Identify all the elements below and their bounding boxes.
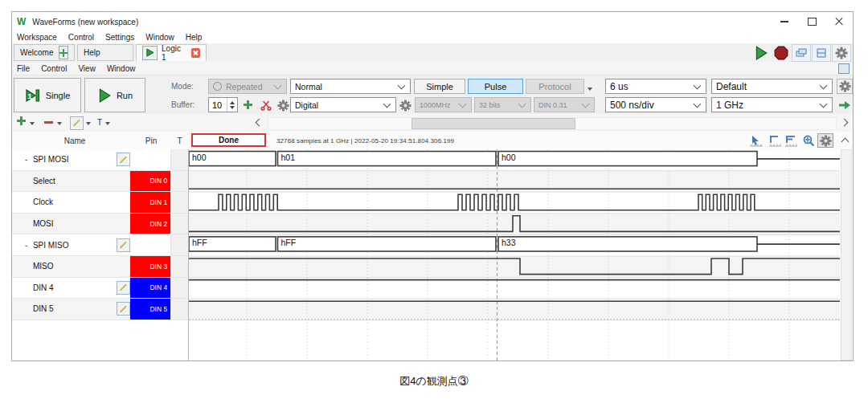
zoom-tool-icon[interactable] — [800, 133, 817, 148]
measure-tool-icon[interactable] — [783, 133, 799, 148]
menu-item-settings[interactable]: Settings — [105, 33, 134, 42]
export-arrow-icon[interactable] — [838, 100, 851, 114]
channel-row-clock[interactable]: ClockDIN 1 — [12, 192, 188, 214]
channel-row-din-4[interactable]: DIN 4DIN 4 — [12, 278, 188, 299]
run-button[interactable]: Run — [84, 78, 145, 112]
edit-channel-button[interactable] — [117, 281, 130, 295]
trigger-dropdown-icon[interactable] — [105, 122, 110, 125]
expander[interactable]: - — [25, 234, 33, 255]
trigger-cell[interactable] — [170, 192, 188, 213]
tile-windows-icon[interactable] — [812, 44, 831, 62]
trigger-tool-label[interactable]: T — [97, 118, 102, 127]
trigger-cell[interactable] — [170, 214, 188, 234]
workspace-gear-icon[interactable] — [832, 44, 851, 62]
chevron-down-icon — [694, 100, 702, 108]
minimize-button[interactable] — [771, 12, 798, 31]
menu-item-workspace[interactable]: Workspace — [17, 33, 57, 42]
name-column-header[interactable]: Name — [33, 132, 117, 149]
pin-badge — [130, 149, 170, 170]
buffer-gear-icon[interactable] — [277, 100, 289, 115]
plot-settings-gear-icon[interactable] — [817, 133, 833, 148]
remove-channel-dropdown-icon[interactable] — [57, 122, 62, 125]
menu-item-control[interactable]: Control — [68, 33, 94, 42]
channel-row-miso[interactable]: MISODIN 3 — [12, 256, 188, 278]
trigger-cell[interactable] — [170, 256, 188, 277]
stepper-arrows[interactable] — [227, 98, 237, 112]
pin-badge: DIN 2 — [130, 214, 170, 234]
stop-all-icon[interactable] — [772, 44, 791, 62]
trigger-cell[interactable] — [170, 234, 188, 255]
run-all-icon[interactable] — [751, 44, 771, 62]
expander[interactable]: - — [25, 149, 33, 170]
channel-row-spi-miso[interactable]: -SPI MISO — [12, 234, 188, 256]
close-button[interactable] — [825, 12, 853, 31]
instrument-menu-item-window[interactable]: Window — [107, 64, 136, 73]
pointer-tool-icon[interactable] — [748, 133, 764, 148]
rate-select[interactable]: 1 GHz — [711, 97, 833, 112]
cascade-windows-icon[interactable] — [792, 44, 811, 62]
profile-select[interactable]: Default — [711, 79, 833, 94]
tab-help[interactable]: Help — [77, 44, 133, 61]
menu-item-window[interactable]: Window — [145, 33, 174, 42]
tab-logic1[interactable]: Logic 1 — [136, 44, 207, 61]
pulse-button[interactable]: Pulse — [468, 79, 523, 94]
expander — [25, 299, 33, 320]
plot-header: Name Pin T Done 32768 samples at 1 GHz |… — [12, 132, 853, 150]
instrument-menu-item-view[interactable]: View — [78, 64, 96, 73]
source-select[interactable]: Digital — [290, 97, 396, 112]
position-select[interactable]: 6 us — [605, 79, 706, 94]
position-value: 6 us — [610, 81, 628, 92]
buffer-stepper[interactable]: 10 — [208, 97, 238, 112]
instrument-menu-item-file[interactable]: File — [17, 64, 30, 73]
expander — [25, 192, 33, 213]
instrument-menu-item-control[interactable]: Control — [41, 64, 67, 73]
simple-button[interactable]: Simple — [414, 79, 465, 94]
protocol-dropdown-icon[interactable] — [588, 88, 592, 91]
edit-channel-button[interactable] — [117, 238, 130, 252]
trigger-cell[interactable] — [170, 278, 188, 299]
panel-icon[interactable] — [838, 63, 850, 74]
vertical-scrollbar[interactable] — [841, 149, 852, 360]
timebase-select[interactable]: 500 ns/div — [605, 97, 706, 112]
close-tab-icon[interactable] — [191, 48, 200, 58]
source-gear-icon[interactable] — [399, 100, 411, 115]
tab-welcome[interactable]: Welcome — [14, 44, 75, 61]
trigger-cell[interactable] — [170, 149, 188, 170]
channel-row-din-5[interactable]: DIN 5DIN 5 — [12, 299, 188, 320]
edit-channel-icon[interactable] — [70, 116, 84, 130]
channel-row-spi-mosi[interactable]: -SPI MOSI — [12, 149, 188, 171]
pin-column-header[interactable]: Pin — [131, 132, 171, 149]
waveform-plot[interactable]: h00h01h00hFFhFFh33 — [188, 149, 840, 360]
add-channel-dropdown-icon[interactable] — [30, 122, 35, 125]
add-instrument-button[interactable] — [59, 46, 69, 59]
x-cursor-tool-icon[interactable] — [767, 133, 783, 148]
t-column-header[interactable]: T — [171, 132, 188, 149]
channel-row-mosi[interactable]: MOSIDIN 2 — [12, 214, 188, 235]
cut-icon[interactable] — [260, 100, 272, 114]
tab-help-label: Help — [84, 48, 100, 57]
chevron-down-icon — [820, 100, 828, 108]
add-buffer-icon[interactable] — [244, 100, 252, 109]
scroll-right-icon[interactable] — [841, 120, 847, 125]
menu-item-help[interactable]: Help — [186, 33, 203, 42]
edit-channel-dropdown-icon[interactable] — [86, 122, 91, 125]
pin-badge: DIN 1 — [130, 192, 170, 213]
title-bar[interactable]: W WaveForms (new workspace) — [12, 12, 853, 31]
horizontal-scrollbar[interactable] — [268, 117, 837, 130]
collapse-up-icon[interactable] — [838, 133, 851, 148]
single-button[interactable]: 1 Single — [14, 78, 81, 112]
add-channel-icon[interactable] — [17, 116, 26, 125]
trigger-cell[interactable] — [170, 299, 188, 320]
trigger-mode-select[interactable]: Normal — [290, 79, 411, 94]
channel-row-select[interactable]: SelectDIN 0 — [12, 171, 188, 193]
remove-channel-icon[interactable] — [44, 121, 53, 124]
scrollbar-thumb[interactable] — [411, 118, 575, 129]
scroll-left-icon[interactable] — [256, 120, 262, 125]
done-label: Done — [219, 136, 239, 145]
edit-channel-button[interactable] — [117, 302, 130, 316]
maximize-button[interactable] — [798, 12, 825, 31]
trigger-cell[interactable] — [170, 171, 188, 192]
options-gear-icon[interactable] — [837, 79, 853, 94]
waveform-svg[interactable]: h00h01h00hFFhFFh33 — [189, 149, 840, 360]
edit-channel-button[interactable] — [117, 153, 130, 166]
